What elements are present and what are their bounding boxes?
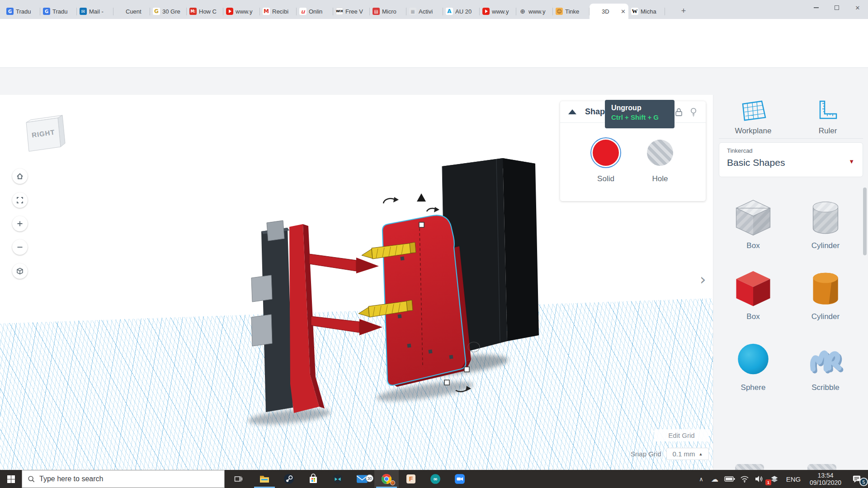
workplane-tool[interactable]: Workplane — [728, 99, 778, 136]
rotate-arrow[interactable] — [383, 198, 395, 203]
solid-swatch[interactable] — [593, 140, 619, 166]
chevron-up-icon: ∧ — [699, 476, 703, 483]
chrome-taskbar-icon[interactable] — [374, 470, 399, 488]
tab-youtube[interactable]: www.y — [223, 4, 260, 19]
wix-icon: WIX — [336, 8, 343, 15]
tab-how-c[interactable]: M:How C — [187, 4, 223, 19]
window-maximize-button[interactable] — [826, 0, 847, 15]
file-explorer-taskbar-icon[interactable] — [252, 470, 277, 488]
window-close-button[interactable]: ✕ — [847, 0, 868, 15]
tooltip-title: Ungroup — [611, 104, 668, 112]
action-center-button[interactable]: 5 — [849, 470, 864, 488]
youtube-icon — [226, 8, 233, 15]
mail-unread-badge: 30 — [366, 474, 373, 482]
tab-label: Onlin — [309, 8, 330, 15]
microsoft-store-taskbar-icon[interactable] — [301, 470, 326, 488]
tab-label: 3D — [602, 8, 619, 15]
zoom-in-button[interactable] — [12, 216, 28, 231]
steam-taskbar-icon[interactable] — [277, 470, 301, 488]
zoom-out-button[interactable] — [12, 239, 28, 255]
fit-view-icon — [16, 196, 24, 204]
raise-handle[interactable] — [417, 193, 426, 202]
shape-item-red-box[interactable]: Box — [726, 264, 780, 321]
shape-category-dropdown[interactable]: Tinkercad Basic Shapes ▼ — [719, 142, 863, 177]
window-minimize-button[interactable] — [806, 0, 826, 15]
arduino-taskbar-icon[interactable]: ∞ — [423, 470, 448, 488]
tab-label: Recibi — [272, 8, 294, 15]
svg-text:F: F — [409, 475, 413, 483]
tab-wikipedia[interactable]: WMicha — [628, 4, 665, 19]
tray-expand-chevron[interactable]: ∧ — [695, 470, 707, 488]
view-cube[interactable]: RIGHT — [18, 111, 69, 158]
collapse-panel-triangle[interactable] — [568, 109, 576, 114]
tab-google-translate-2[interactable]: GTradu — [40, 4, 77, 19]
solid-label: Solid — [593, 174, 619, 183]
tab-youtube-2[interactable]: www.y — [480, 4, 516, 19]
perspective-cube-icon — [16, 267, 24, 275]
search-icon — [28, 475, 35, 483]
left-assembly[interactable] — [251, 221, 382, 413]
collapse-panel-chevron[interactable]: › — [700, 270, 706, 288]
start-button[interactable] — [0, 470, 22, 488]
zoom-taskbar-icon[interactable] — [448, 470, 472, 488]
date: 09/10/2020 — [810, 479, 841, 486]
home-view-button[interactable] — [12, 169, 28, 184]
tab-label: Free V — [345, 8, 367, 15]
cloud-icon: ☁ — [711, 475, 718, 483]
ruler-tool[interactable]: Ruler — [803, 99, 853, 136]
volume-tray-icon[interactable] — [752, 470, 766, 488]
hole-swatch[interactable] — [647, 140, 673, 166]
taskbar-search-box[interactable]: Type here to search — [22, 470, 225, 488]
onedrive-tray-icon[interactable]: ☁ — [708, 470, 722, 488]
language-indicator[interactable]: ENG — [783, 470, 803, 488]
battery-icon — [724, 476, 735, 482]
tab-gmail[interactable]: MRecibi — [260, 4, 297, 19]
perspective-toggle-button[interactable] — [12, 263, 28, 279]
battery-tray-icon[interactable] — [722, 470, 737, 488]
tab-microsoft-account[interactable]: Cuent — [113, 4, 150, 19]
tab-outlook-mail[interactable]: ✉Mail - — [77, 4, 113, 19]
tab-google-translate[interactable]: GTradu — [4, 4, 40, 19]
shape-item-sphere[interactable]: Sphere — [726, 335, 780, 392]
shape-item-partial[interactable] — [735, 464, 764, 470]
hide-button[interactable] — [688, 107, 699, 117]
tab-website[interactable]: ⊕www.y — [516, 4, 553, 19]
left-object-shadow — [247, 406, 331, 427]
sidebar-scrollbar[interactable] — [863, 188, 867, 255]
shape-item-transparent-box[interactable]: Box — [726, 193, 780, 250]
shape-item-transparent-cylinder[interactable]: Cylinder — [798, 193, 853, 250]
tab-30-gre[interactable]: G30 Gre — [150, 4, 187, 19]
lock-button[interactable] — [673, 107, 684, 117]
snap-grid-dropdown[interactable]: 0.1 mm ▲ — [666, 448, 709, 460]
tab-activity[interactable]: ▦Activi — [406, 4, 443, 19]
tinkercad-icon — [592, 8, 599, 15]
red-app-icon: ▤ — [373, 8, 380, 15]
fusion360-taskbar-icon[interactable]: F — [399, 470, 423, 488]
wifi-tray-icon[interactable] — [738, 470, 751, 488]
scribble-icon — [803, 335, 848, 380]
windows-taskbar: Type here to search 30 — [0, 470, 868, 488]
task-view-button[interactable] — [226, 470, 250, 488]
tab-micro[interactable]: ▤Micro — [370, 4, 406, 19]
tab-udemy[interactable]: uOnlin — [297, 4, 333, 19]
tab-wix[interactable]: WIXFree V — [333, 4, 370, 19]
microsoft-icon — [116, 8, 123, 15]
dropbox-tray-icon[interactable]: 1 — [767, 470, 782, 488]
mail-taskbar-icon[interactable]: 30 — [350, 470, 374, 488]
shape-item-orange-cylinder[interactable]: Cylinder — [798, 264, 853, 321]
shape-label: Sphere — [726, 383, 780, 392]
clock[interactable]: 13:54 09/10/2020 — [805, 470, 846, 488]
tab-tinkercad-design-active[interactable]: 3D✕ — [590, 4, 628, 19]
tab-autodesk[interactable]: AAU 20 — [443, 4, 480, 19]
tab-label: Tradu — [52, 8, 74, 15]
lightbulb-icon — [689, 107, 698, 117]
shape-item-partial[interactable] — [807, 464, 836, 470]
svg-text:∞: ∞ — [433, 476, 438, 482]
edit-grid-button[interactable]: Edit Grid — [654, 429, 709, 441]
close-tab-icon[interactable]: ✕ — [621, 8, 626, 15]
new-tab-button[interactable]: + — [677, 5, 690, 17]
predator-taskbar-icon[interactable] — [326, 470, 350, 488]
tab-tinkercad-home[interactable]: ☺Tinke — [553, 4, 590, 19]
shape-item-scribble[interactable]: Scribble — [798, 335, 853, 392]
fit-view-button[interactable] — [12, 192, 28, 208]
